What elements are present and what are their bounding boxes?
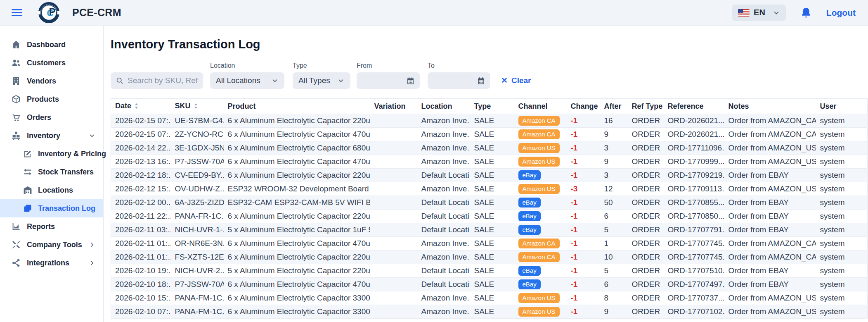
cell-user: system (816, 223, 868, 237)
sidebar-item-customers[interactable]: Customers (0, 54, 103, 72)
cell-variation (370, 305, 417, 319)
app-root: Pacific Custom Engineering Custom Softwa… (0, 0, 868, 322)
table-row: 2026-02-11 03:...NICH-UVR-1-...5 x Alumi… (111, 223, 868, 237)
sort-icon (134, 103, 139, 111)
cell-after: 10 (600, 250, 628, 264)
sidebar-item-stock-transfers[interactable]: Stock Transfers (0, 163, 103, 181)
location-select-value: All Locations (216, 76, 260, 85)
from-date-input[interactable] (357, 72, 420, 89)
table-row: 2026-02-10 19:...NICH-UVR-2...5 x Alumin… (111, 264, 868, 278)
column-label: Notes (728, 102, 749, 110)
column-header-sku[interactable]: SKU (171, 99, 224, 114)
close-icon: ✕ (501, 76, 508, 85)
sidebar-item-inventory[interactable]: Inventory (0, 126, 103, 145)
cell-user: system (816, 264, 868, 278)
location-select[interactable]: All Locations (210, 72, 284, 89)
sidebar-item-label: Orders (27, 113, 51, 122)
transactions-table: DateSKUProductVariationLocationTypeChann… (111, 98, 868, 319)
cell-type: SALE (470, 155, 514, 169)
from-date-label: From (357, 62, 428, 69)
change-value: -1 (571, 225, 578, 234)
cell-reference: ORD-17707791... (664, 223, 724, 237)
column-header-variation: Variation (370, 99, 417, 114)
column-header-date[interactable]: Date (111, 99, 171, 114)
sidebar-item-orders[interactable]: Orders (0, 108, 103, 126)
cell-change: -1 (567, 305, 600, 319)
change-value: -1 (571, 280, 578, 289)
cell-channel: eBay (514, 210, 567, 223)
cell-change: -1 (567, 196, 600, 210)
cell-variation (370, 128, 417, 141)
column-label: User (820, 102, 837, 110)
cell-location: Default Locati... (417, 223, 470, 237)
sidebar-item-transaction-log[interactable]: Transaction Log (0, 199, 103, 217)
search-input[interactable] (128, 76, 198, 85)
column-label: Date (115, 102, 131, 110)
sidebar-item-label: Inventory & Pricing (38, 150, 106, 158)
sidebar-item-locations[interactable]: Locations (0, 181, 103, 199)
hamburger-menu-icon[interactable] (12, 8, 24, 18)
column-header-ref-type: Ref Type (628, 99, 664, 114)
column-header-channel: Channel (514, 99, 567, 114)
cell-ref-type: ORDER (628, 223, 664, 237)
logout-link[interactable]: Logout (826, 8, 856, 18)
cell-location: Default Locati... (417, 278, 470, 291)
table-row: 2026-02-10 07:...PANA-FM-1C...6 x Alumin… (111, 305, 868, 319)
cell-reference: ORD-1770999... (664, 155, 724, 169)
cell-product: 6 x Aluminum Electrolytic Capacitor 3300… (224, 291, 370, 305)
channel-badge: Amazon CA (518, 129, 560, 139)
cell-date: 2026-02-15 07:... (111, 114, 171, 128)
cell-change: -1 (567, 291, 600, 305)
warehouse-icon (23, 185, 33, 195)
to-date-group: To (428, 62, 501, 89)
sidebar-item-products[interactable]: Products (0, 90, 103, 108)
cell-ref-type: ORDER (628, 141, 664, 155)
cell-type: SALE (470, 305, 514, 319)
table-row: 2026-02-13 16:...P7-JSSW-70A46 x Aluminu… (111, 155, 868, 169)
cell-notes: Order from AMAZON_CA (724, 128, 816, 141)
sidebar-item-label: Inventory (27, 131, 60, 140)
cell-location: Amazon Inve... (417, 237, 470, 250)
calendar-icon (406, 76, 415, 85)
cell-sku: 3E-1GDX-J5NL (171, 141, 224, 155)
cell-ref-type: ORDER (628, 182, 664, 196)
chevron-down-icon (271, 77, 279, 84)
cell-user: system (816, 169, 868, 182)
sidebar-item-dashboard[interactable]: Dashboard (0, 36, 103, 54)
table-row: 2026-02-15 07:...UE-S7BM-G4...6 x Alumin… (111, 114, 868, 128)
cell-user: system (816, 114, 868, 128)
language-selector[interactable]: EN (732, 5, 786, 21)
sidebar-item-reports[interactable]: Reports (0, 217, 103, 236)
sidebar-item-company-tools[interactable]: Company Tools (0, 236, 103, 254)
cell-change: -1 (567, 223, 600, 237)
column-header-notes: Notes (724, 99, 816, 114)
cell-notes: Order from EBAY (724, 169, 816, 182)
cell-variation (370, 264, 417, 278)
type-select[interactable]: All Types (293, 72, 350, 89)
cell-product: 6 x Aluminum Electrolytic Capacitor 680u… (224, 141, 370, 155)
sidebar-item-label: Stock Transfers (38, 168, 94, 177)
column-label: Location (421, 102, 452, 110)
sidebar-item-label: Locations (38, 186, 73, 195)
sidebar-item-integrations[interactable]: Integrations (0, 254, 103, 272)
from-date-group: From (357, 62, 428, 89)
notifications-bell-icon[interactable] (800, 7, 812, 19)
cell-product: 6 x Aluminum Electrolytic Capacitor 470u… (224, 155, 370, 169)
cell-change: -1 (567, 250, 600, 264)
cell-sku: NICH-UVR-1-... (171, 223, 224, 237)
cell-ref-type: ORDER (628, 155, 664, 169)
change-value: -1 (571, 239, 578, 248)
cell-date: 2026-02-10 19:... (111, 264, 171, 278)
type-filter-group: Type All Types (293, 62, 357, 89)
cell-sku: FS-XZTS-12EY (171, 250, 224, 264)
cell-channel: eBay (514, 264, 567, 278)
cell-notes: Order from AMAZON_CA (724, 114, 816, 128)
to-date-label: To (428, 62, 501, 69)
change-value: -1 (571, 307, 578, 316)
sidebar-item-vendors[interactable]: Vendors (0, 72, 103, 90)
sidebar-item-inventory-pricing[interactable]: Inventory & Pricing (0, 145, 103, 163)
clear-filters-button[interactable]: ✕ Clear (501, 76, 531, 85)
cell-product: 5 x Aluminum Electrolytic Capacitor 1uF … (224, 223, 370, 237)
cell-reference: ORD-2026021... (664, 114, 724, 128)
to-date-input[interactable] (428, 72, 490, 89)
